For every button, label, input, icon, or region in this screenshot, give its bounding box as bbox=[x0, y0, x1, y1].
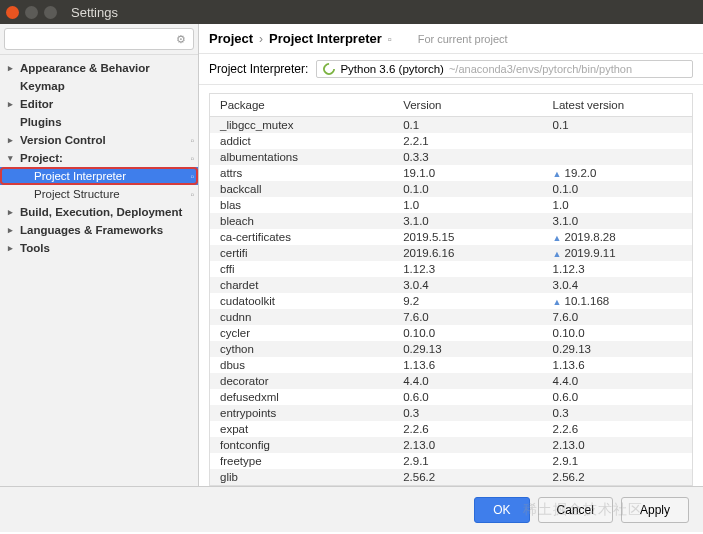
table-row[interactable]: decorator4.4.04.4.0 bbox=[210, 373, 692, 389]
table-row[interactable]: ca-certificates2019.5.15▲2019.8.28 bbox=[210, 229, 692, 245]
cell-latest: 0.3 bbox=[543, 405, 692, 421]
table-row[interactable]: chardet3.0.43.0.4 bbox=[210, 277, 692, 293]
cell-package: glib bbox=[210, 469, 393, 485]
cell-version: 4.4.0 bbox=[393, 373, 542, 389]
chevron-icon: ▸ bbox=[8, 207, 18, 217]
cancel-button[interactable]: Cancel bbox=[538, 497, 613, 523]
sidebar-item[interactable]: Keymap bbox=[0, 77, 198, 95]
cell-package: decorator bbox=[210, 373, 393, 389]
sidebar-item[interactable]: ▸Version Control▫ bbox=[0, 131, 198, 149]
sidebar-item[interactable]: Project Structure▫ bbox=[0, 185, 198, 203]
table-row[interactable]: _libgcc_mutex0.10.1 bbox=[210, 117, 692, 134]
chevron-icon: ▾ bbox=[8, 153, 18, 163]
for-current-project-label: For current project bbox=[418, 33, 508, 45]
table-row[interactable]: glib2.56.22.56.2 bbox=[210, 469, 692, 485]
cell-latest: 7.6.0 bbox=[543, 309, 692, 325]
table-row[interactable]: fontconfig2.13.02.13.0 bbox=[210, 437, 692, 453]
search-options-icon[interactable]: ⚙ bbox=[176, 33, 186, 46]
close-icon[interactable] bbox=[6, 6, 19, 19]
sidebar-item-label: Build, Execution, Deployment bbox=[20, 206, 182, 218]
table-row[interactable]: cudatoolkit9.2▲10.1.168 bbox=[210, 293, 692, 309]
sidebar-item-label: Editor bbox=[20, 98, 53, 110]
cell-package: backcall bbox=[210, 181, 393, 197]
apply-button[interactable]: Apply bbox=[621, 497, 689, 523]
window-title: Settings bbox=[71, 5, 118, 20]
minimize-icon[interactable] bbox=[25, 6, 38, 19]
upgrade-icon: ▲ bbox=[553, 297, 562, 307]
chevron-icon: ▸ bbox=[8, 99, 18, 109]
table-row[interactable]: blas1.01.0 bbox=[210, 197, 692, 213]
col-package[interactable]: Package bbox=[210, 94, 393, 117]
cell-package: attrs bbox=[210, 165, 393, 181]
table-row[interactable]: cython0.29.130.29.13 bbox=[210, 341, 692, 357]
search-input[interactable] bbox=[4, 28, 194, 50]
table-row[interactable]: albumentations0.3.3 bbox=[210, 149, 692, 165]
cell-version: 1.12.3 bbox=[393, 261, 542, 277]
interpreter-name: Python 3.6 (pytorch) bbox=[340, 63, 444, 75]
cell-package: addict bbox=[210, 133, 393, 149]
interpreter-select[interactable]: Python 3.6 (pytorch) ~/anaconda3/envs/py… bbox=[316, 60, 693, 78]
table-row[interactable]: addict2.2.1 bbox=[210, 133, 692, 149]
sidebar-item[interactable]: ▸Editor bbox=[0, 95, 198, 113]
cell-package: cudnn bbox=[210, 309, 393, 325]
cell-version: 2019.6.16 bbox=[393, 245, 542, 261]
upgrade-icon: ▲ bbox=[553, 169, 562, 179]
interpreter-path: ~/anaconda3/envs/pytorch/bin/python bbox=[449, 63, 632, 75]
table-row[interactable]: bleach3.1.03.1.0 bbox=[210, 213, 692, 229]
interpreter-row: Project Interpreter: Python 3.6 (pytorch… bbox=[199, 54, 703, 85]
cell-version: 2.56.2 bbox=[393, 469, 542, 485]
sidebar-item-label: Project Interpreter bbox=[34, 170, 126, 182]
table-row[interactable]: attrs19.1.0▲19.2.0 bbox=[210, 165, 692, 181]
table-row[interactable]: cycler0.10.00.10.0 bbox=[210, 325, 692, 341]
breadcrumb: Project › Project Interpreter ▫ For curr… bbox=[199, 24, 703, 54]
sidebar: Q ⚙ ▸Appearance & BehaviorKeymap▸EditorP… bbox=[0, 24, 199, 486]
cell-latest: 4.4.0 bbox=[543, 373, 692, 389]
sidebar-item[interactable]: ▸Languages & Frameworks bbox=[0, 221, 198, 239]
table-row[interactable]: freetype2.9.12.9.1 bbox=[210, 453, 692, 469]
ok-button[interactable]: OK bbox=[474, 497, 529, 523]
cell-latest: 0.10.0 bbox=[543, 325, 692, 341]
cell-package: cffi bbox=[210, 261, 393, 277]
cell-package: freetype bbox=[210, 453, 393, 469]
cell-package: expat bbox=[210, 421, 393, 437]
cell-package: bleach bbox=[210, 213, 393, 229]
table-row[interactable]: entrypoints0.30.3 bbox=[210, 405, 692, 421]
cell-package: cudatoolkit bbox=[210, 293, 393, 309]
table-row[interactable]: backcall0.1.00.1.0 bbox=[210, 181, 692, 197]
scope-icon: ▫ bbox=[190, 189, 194, 200]
sidebar-item-label: Appearance & Behavior bbox=[20, 62, 150, 74]
sidebar-item[interactable]: ▸Appearance & Behavior bbox=[0, 59, 198, 77]
cell-latest: 3.0.4 bbox=[543, 277, 692, 293]
table-row[interactable]: dbus1.13.61.13.6 bbox=[210, 357, 692, 373]
cell-latest: 0.6.0 bbox=[543, 389, 692, 405]
maximize-icon[interactable] bbox=[44, 6, 57, 19]
scope-icon: ▫ bbox=[190, 135, 194, 146]
table-row[interactable]: cffi1.12.31.12.3 bbox=[210, 261, 692, 277]
col-version[interactable]: Version bbox=[393, 94, 542, 117]
table-row[interactable]: cudnn7.6.07.6.0 bbox=[210, 309, 692, 325]
cell-latest: ▲19.2.0 bbox=[543, 165, 692, 181]
packages-table: Package Version Latest version _libgcc_m… bbox=[210, 94, 692, 486]
sidebar-item-label: Languages & Frameworks bbox=[20, 224, 163, 236]
packages-table-wrap[interactable]: Package Version Latest version _libgcc_m… bbox=[209, 93, 693, 486]
col-latest[interactable]: Latest version bbox=[543, 94, 692, 117]
chevron-icon: ▸ bbox=[8, 63, 18, 73]
cell-package: entrypoints bbox=[210, 405, 393, 421]
sidebar-item[interactable]: ▾Project:▫ bbox=[0, 149, 198, 167]
cell-version: 2.2.1 bbox=[393, 133, 542, 149]
table-row[interactable]: defusedxml0.6.00.6.0 bbox=[210, 389, 692, 405]
cell-version: 0.1.0 bbox=[393, 181, 542, 197]
sidebar-item[interactable]: ▸Build, Execution, Deployment bbox=[0, 203, 198, 221]
sidebar-item[interactable]: ▸Tools bbox=[0, 239, 198, 257]
upgrade-icon: ▲ bbox=[553, 233, 562, 243]
cell-package: fontconfig bbox=[210, 437, 393, 453]
table-row[interactable]: certifi2019.6.16▲2019.9.11 bbox=[210, 245, 692, 261]
content: Q ⚙ ▸Appearance & BehaviorKeymap▸EditorP… bbox=[0, 24, 703, 486]
cell-version: 0.10.0 bbox=[393, 325, 542, 341]
interpreter-label: Project Interpreter: bbox=[209, 62, 308, 76]
chevron-icon: ▸ bbox=[8, 135, 18, 145]
python-icon bbox=[321, 61, 338, 78]
sidebar-item-project-interpreter[interactable]: Project Interpreter▫ bbox=[0, 167, 198, 185]
table-row[interactable]: expat2.2.62.2.6 bbox=[210, 421, 692, 437]
sidebar-item[interactable]: Plugins bbox=[0, 113, 198, 131]
